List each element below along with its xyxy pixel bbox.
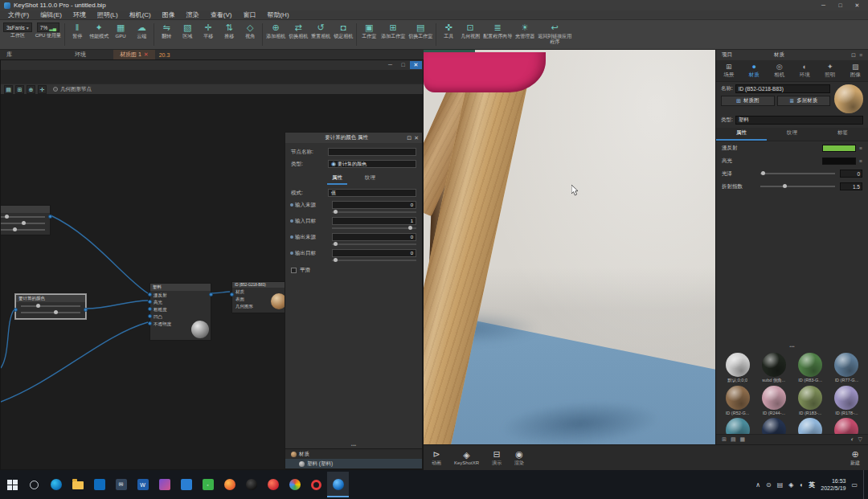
multi-material-button[interactable]: ≣多层材质: [777, 96, 831, 106]
output-port[interactable]: [209, 292, 213, 297]
gloss-slider[interactable]: [760, 173, 835, 174]
output-port[interactable]: [84, 308, 88, 312]
gloss-field[interactable]: 0: [840, 170, 862, 178]
library-item[interactable]: ID (R183-...: [793, 386, 828, 415]
splitter-handle[interactable]: •••: [716, 343, 868, 350]
taskbar-mail[interactable]: ✉: [110, 472, 132, 497]
menu-lighting[interactable]: 照明(L): [92, 10, 124, 19]
render-button[interactable]: ◉渲染: [514, 449, 524, 467]
graph-minimize-button[interactable]: ─: [384, 61, 396, 69]
input-port[interactable]: [148, 314, 152, 318]
tab-textures[interactable]: 纹理: [360, 174, 380, 185]
input-port[interactable]: [148, 292, 152, 297]
material-graph-button[interactable]: ⊞材质图: [721, 96, 775, 106]
node-name-input[interactable]: [328, 148, 416, 156]
texture-menu-icon[interactable]: ≡: [859, 145, 862, 151]
toolbar-dolly-button[interactable]: ⇅推移: [219, 21, 240, 48]
material-name-field[interactable]: ID (B52-G218-B83): [735, 84, 830, 93]
input-port[interactable]: [148, 321, 152, 325]
toolbar-studio-button[interactable]: ▣工作室: [358, 21, 379, 48]
toolbar-switch-studio-button[interactable]: ▤切换工作室: [407, 21, 434, 48]
security-icon[interactable]: ⊙: [766, 481, 772, 489]
menu-window[interactable]: 窗口: [237, 10, 261, 19]
taskbar-edge[interactable]: [45, 472, 67, 497]
toolbar-region-button[interactable]: ▧区域: [177, 21, 198, 48]
taskbar-firefox[interactable]: [219, 472, 240, 497]
toolbar-performance-mode-button[interactable]: ✦性能模式: [88, 21, 110, 48]
toolbar-return-to-linked-app-button[interactable]: ↩返回到链接应用程序: [536, 21, 573, 48]
render-viewport[interactable]: [424, 50, 715, 444]
output-port[interactable]: [48, 215, 52, 219]
toolbar-light-manager-button[interactable]: ☀光管理器: [514, 21, 536, 48]
toolbar-lock-camera-button[interactable]: ◘锁定相机: [332, 21, 354, 48]
dock-icon[interactable]: ⊡: [407, 135, 411, 141]
tab-library[interactable]: 库: [0, 50, 18, 59]
library-item[interactable]: subd 倒角...: [756, 353, 791, 383]
keyshotxr-button[interactable]: ◈KeyShotXR: [454, 450, 479, 465]
input-port[interactable]: [230, 292, 234, 297]
smooth-checkbox[interactable]: [291, 268, 297, 273]
new-button[interactable]: ⊕新建: [850, 449, 860, 467]
refraction-slider[interactable]: [760, 186, 835, 187]
specular-color-swatch[interactable]: [822, 157, 856, 165]
output-from-slider[interactable]: [332, 243, 416, 245]
hidden-icons-chevron[interactable]: ∧: [755, 481, 760, 489]
notification-center-icon[interactable]: ▭: [851, 481, 858, 489]
output-from-field[interactable]: 0: [332, 233, 416, 241]
toolbar-configurator-wizard-button[interactable]: ≣配置程序向导: [481, 21, 514, 48]
taskbar-file-explorer[interactable]: [67, 472, 88, 497]
menu-camera[interactable]: 相机(C): [124, 10, 157, 19]
panel-menu-icon[interactable]: ≡: [859, 52, 862, 58]
workspace-selector[interactable]: 3sFanls▾ 工作区: [2, 21, 34, 48]
tab-environment[interactable]: 环境: [68, 50, 92, 59]
geometry-nodes-toggle[interactable]: 几何图形节点: [53, 86, 92, 93]
taskbar-code[interactable]: [175, 472, 197, 497]
library-item[interactable]: [720, 418, 755, 434]
menu-render[interactable]: 渲染: [181, 10, 205, 19]
tab-lighting[interactable]: ✦照明: [817, 60, 843, 81]
library-item[interactable]: [793, 418, 828, 434]
usb-icon[interactable]: ▤: [777, 481, 784, 489]
texture-socket-icon[interactable]: [290, 203, 293, 207]
taskbar-search[interactable]: [23, 472, 45, 497]
taskbar-word[interactable]: W: [132, 472, 154, 497]
add-node-icon[interactable]: ⊕: [27, 85, 35, 94]
toolbar-gpu-button[interactable]: ▦GPU: [110, 21, 131, 48]
toolbar-tools-button[interactable]: ✜工具: [438, 21, 459, 48]
toolbar-flip-button[interactable]: ⇋翻转: [156, 21, 177, 48]
input-language-indicator[interactable]: 英: [809, 481, 815, 489]
texture-menu-icon[interactable]: ≡: [859, 158, 862, 164]
node-color-to-number[interactable]: 要计算的颜色: [15, 294, 86, 319]
refraction-field[interactable]: 1.5: [840, 182, 862, 190]
input-from-field[interactable]: 0: [332, 201, 416, 209]
animation-button[interactable]: ⊳动画: [432, 449, 441, 467]
input-port[interactable]: [148, 307, 152, 311]
mode-dropdown[interactable]: 值: [328, 189, 416, 197]
library-item[interactable]: [829, 418, 864, 434]
toolbar-cloud-button[interactable]: ☁云端: [131, 21, 152, 48]
minimize-button[interactable]: ─: [817, 0, 830, 10]
material-type-dropdown[interactable]: 塑料: [735, 116, 863, 125]
maximize-button[interactable]: □: [833, 0, 847, 10]
tree-group-material[interactable]: 材质: [285, 449, 422, 459]
node-material-root[interactable]: ID (B52-G218-B83) 材质 表面 几何图形: [231, 281, 289, 313]
list-view-icon[interactable]: ▤: [731, 436, 736, 443]
pan-tool-icon[interactable]: ✛: [38, 85, 47, 94]
toolbar-add-studio-button[interactable]: ⊞添加工作室: [379, 21, 407, 48]
toolbar-geometry-view-button[interactable]: ⊡几何视图: [459, 21, 481, 48]
menu-image[interactable]: 图像: [157, 10, 181, 19]
subtab-textures[interactable]: 纹理: [767, 128, 817, 141]
thumbnail-view-icon[interactable]: ⊞: [722, 436, 727, 443]
library-item[interactable]: [756, 418, 791, 434]
type-selector[interactable]: ◉ 要计算的颜色: [328, 160, 416, 168]
splitter-handle[interactable]: •••: [285, 442, 422, 448]
node-gradient[interactable]: 渐变: [1, 205, 51, 235]
taskbar-browser[interactable]: [284, 472, 305, 497]
node-plastic[interactable]: 塑料 漫反射 高光 粗糙度 凹凸 不透明度: [149, 283, 211, 341]
palette-filter-icon[interactable]: ◐: [850, 436, 854, 443]
menu-edit[interactable]: 编辑(E): [35, 10, 68, 19]
output-to-field[interactable]: 0: [332, 249, 416, 257]
library-item[interactable]: ID (R83-G...: [793, 353, 828, 383]
library-item[interactable]: 默认;0;0;0: [720, 353, 755, 383]
node-editor-canvas[interactable]: 渐变 要计算的颜色 塑料 漫反射 高光 粗糙度 凹凸 不: [1, 95, 423, 469]
